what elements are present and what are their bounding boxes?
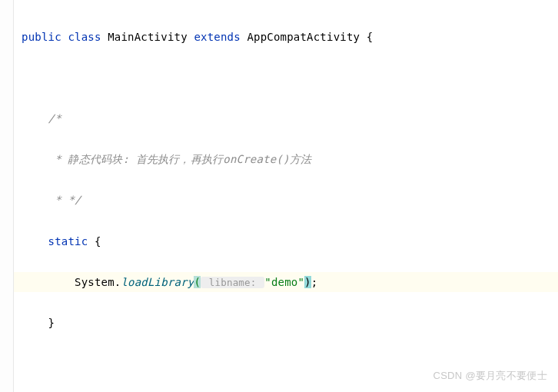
keyword: public	[22, 31, 61, 43]
param-hint: libname:	[201, 277, 264, 288]
brace: {	[88, 235, 101, 247]
code-line: }	[22, 313, 558, 334]
comment: * */	[48, 194, 81, 206]
code-line	[22, 68, 558, 88]
code-line: * 静态代码块: 首先执行，再执行onCreate()方法	[22, 149, 558, 170]
caret-left: (	[194, 276, 201, 288]
code-line: /*	[22, 108, 558, 129]
keyword: static	[48, 235, 88, 247]
editor-gutter	[0, 0, 14, 392]
class-name: MainActivity	[108, 31, 188, 43]
string-literal: "demo"	[264, 276, 304, 288]
watermark-text: CSDN @要月亮不要便士	[433, 367, 547, 386]
class-ref: System	[75, 276, 115, 288]
brace: }	[48, 317, 55, 329]
code-line: * */	[22, 190, 558, 211]
brace: {	[360, 31, 373, 43]
highlighted-line: System.loadLibrary( libname: "demo");	[0, 272, 558, 293]
keyword: extends	[194, 31, 240, 43]
keyword: class	[68, 31, 101, 43]
code-editor: public class MainActivity extends AppCom…	[0, 6, 558, 392]
caret-right: )	[304, 276, 311, 288]
semicolon: ;	[311, 276, 318, 288]
code-line: static {	[22, 231, 558, 252]
comment: /*	[48, 112, 61, 125]
comment: * 静态代码块: 首先执行，再执行onCreate()方法	[48, 153, 311, 165]
method-call: loadLibrary	[121, 276, 194, 288]
code-line: public class MainActivity extends AppCom…	[22, 27, 558, 48]
class-name: AppCompatActivity	[247, 31, 360, 43]
